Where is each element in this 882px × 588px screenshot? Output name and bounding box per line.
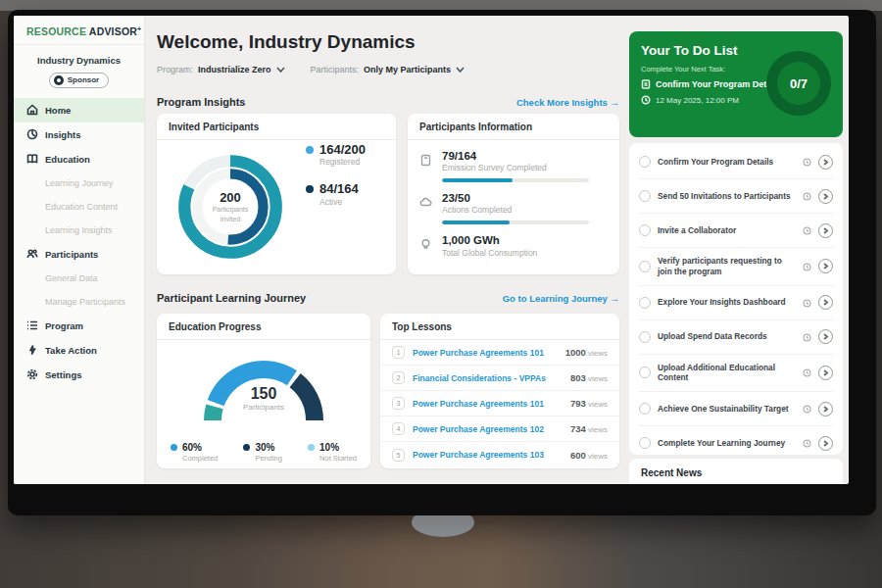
invited-participants-card: Invited Participants 200 ParticipantsInv… bbox=[157, 114, 396, 274]
clock-icon bbox=[803, 258, 811, 275]
task-row[interactable]: Verify participants requesting to join t… bbox=[639, 248, 833, 286]
task-go-button[interactable] bbox=[818, 329, 833, 344]
legend-completed: 60% Completed bbox=[171, 442, 218, 463]
actions-progress-bar bbox=[442, 220, 589, 224]
legend-active: 84/164 Active bbox=[306, 182, 366, 206]
task-row[interactable]: Confirm Your Program Details bbox=[639, 145, 833, 179]
participants-information-card: Participants Information 79/164 Emission… bbox=[408, 114, 619, 274]
clock-icon bbox=[803, 294, 811, 312]
task-row[interactable]: Send 50 Invitations to Participants bbox=[639, 179, 833, 214]
task-checkbox[interactable] bbox=[639, 403, 651, 415]
lesson-link[interactable]: Power Purchase Agreements 101 bbox=[413, 399, 563, 409]
clock-icon bbox=[641, 95, 651, 105]
legend-registered: 164/200 Registered bbox=[306, 143, 366, 167]
task-go-button[interactable] bbox=[818, 366, 833, 380]
sidebar-item-general-data[interactable]: General Data bbox=[14, 267, 144, 290]
program-insights-header: Program Insights Program InsightsCheck M… bbox=[157, 96, 619, 108]
task-checkbox[interactable] bbox=[639, 297, 651, 309]
todo-summary-card: Your To Do List Complete Your Next Task:… bbox=[629, 31, 843, 137]
task-go-button[interactable] bbox=[818, 402, 833, 416]
app-logo: RESOURCE ADVISOR+ bbox=[14, 16, 144, 45]
rank-badge: 1 bbox=[392, 346, 405, 359]
sponsor-icon bbox=[54, 75, 64, 85]
legend-not-started: 10% Not Started bbox=[308, 442, 357, 463]
task-checkbox[interactable] bbox=[639, 331, 651, 343]
check-more-insights-link[interactable]: Program InsightsCheck More Insights → bbox=[516, 97, 619, 108]
lesson-row: 2 Financial Considerations - VPPAs 803 v… bbox=[380, 366, 619, 391]
insights-icon bbox=[26, 128, 38, 140]
sponsor-badge[interactable]: Sponsor bbox=[49, 73, 109, 88]
card-title: Invited Participants bbox=[157, 114, 396, 140]
dashboard-screen: RESOURCE ADVISOR+ Industry Dynamics Spon… bbox=[14, 16, 849, 484]
task-row[interactable]: Achieve One Sustainability Target bbox=[639, 392, 833, 426]
education-progress-gauge: 150 Participants bbox=[190, 350, 337, 432]
main-content: Welcome, Industry Dynamics Program: Indu… bbox=[145, 16, 629, 484]
lesson-row: 1 Power Purchase Agreements 101 1000 vie… bbox=[380, 340, 619, 366]
clock-icon bbox=[803, 364, 811, 381]
legend-dot bbox=[308, 444, 315, 451]
program-select[interactable]: Program: Industrialize Zero bbox=[157, 65, 285, 74]
task-go-button[interactable] bbox=[818, 189, 833, 204]
task-checkbox[interactable] bbox=[639, 156, 651, 168]
task-checkbox[interactable] bbox=[639, 224, 651, 236]
chevron-down-icon bbox=[456, 65, 465, 74]
logo-advisor: ADVISOR+ bbox=[89, 25, 142, 37]
donut-legend: 164/200 Registered 84/164 Active bbox=[306, 143, 366, 207]
rank-badge: 4 bbox=[392, 422, 405, 435]
todo-progress-value: 0/7 bbox=[777, 62, 820, 105]
task-go-button[interactable] bbox=[818, 436, 833, 451]
task-go-button[interactable] bbox=[818, 155, 833, 170]
arrow-right-icon: → bbox=[611, 293, 620, 304]
sidebar-item-take-action[interactable]: Take Action bbox=[14, 338, 144, 363]
task-row[interactable]: Upload Additional Educational Content bbox=[639, 355, 833, 393]
task-go-button[interactable] bbox=[818, 223, 833, 238]
home-icon bbox=[26, 104, 38, 116]
clock-icon bbox=[803, 153, 811, 171]
lesson-row: 3 Power Purchase Agreements 101 793 view… bbox=[380, 391, 619, 416]
sidebar-item-settings[interactable]: Settings bbox=[14, 363, 144, 387]
arrow-right-icon: → bbox=[611, 97, 620, 108]
task-row[interactable]: Upload Spend Data Records bbox=[639, 320, 833, 355]
task-checkbox[interactable] bbox=[639, 261, 651, 272]
sidebar-item-learning-journey[interactable]: Learning Journey bbox=[14, 172, 144, 195]
emission-survey-row: 79/164 Emission Survey Completed bbox=[408, 140, 619, 182]
task-go-button[interactable] bbox=[818, 295, 833, 310]
sidebar-item-education-content[interactable]: Education Content bbox=[14, 195, 144, 219]
sidebar-item-program[interactable]: Program bbox=[14, 314, 144, 338]
actions-completed-row: 23/50 Actions Completed bbox=[408, 182, 619, 224]
task-checkbox[interactable] bbox=[639, 190, 651, 202]
recent-news-title: Recent News bbox=[641, 467, 831, 484]
sidebar-item-manage-participants[interactable]: Manage Participants bbox=[14, 290, 144, 314]
sidebar-item-home[interactable]: Home bbox=[14, 98, 144, 122]
task-checkbox[interactable] bbox=[639, 437, 651, 449]
lesson-link[interactable]: Power Purchase Agreements 101 bbox=[413, 348, 558, 358]
sidebar-item-participants[interactable]: Participants bbox=[14, 242, 144, 267]
task-checkbox[interactable] bbox=[639, 367, 651, 378]
lesson-link[interactable]: Financial Considerations - VPPAs bbox=[413, 373, 563, 383]
sidebar-item-learning-insights[interactable]: Learning Insights bbox=[14, 219, 144, 242]
rank-badge: 5 bbox=[392, 449, 405, 462]
task-row[interactable]: Complete Your Learning Journey bbox=[639, 426, 833, 455]
task-go-button[interactable] bbox=[818, 259, 833, 273]
clock-icon bbox=[803, 400, 811, 417]
emission-progress-bar bbox=[442, 178, 589, 182]
sidebar-item-insights[interactable]: Insights bbox=[14, 122, 144, 147]
legend-pending: 30% Pending bbox=[243, 442, 282, 463]
task-row[interactable]: Explore Your Insights Dashboard bbox=[639, 286, 833, 320]
go-to-learning-journey-link[interactable]: Go to Learning Journey → bbox=[503, 293, 619, 304]
lesson-link[interactable]: Power Purchase Agreements 103 bbox=[413, 450, 563, 460]
clock-icon bbox=[803, 434, 811, 452]
donut-center-value: 200 bbox=[220, 190, 241, 205]
lesson-link[interactable]: Power Purchase Agreements 102 bbox=[413, 424, 563, 434]
rank-badge: 2 bbox=[392, 371, 405, 384]
top-lessons-card: Top Lessons 1 Power Purchase Agreements … bbox=[380, 314, 619, 468]
participants-select[interactable]: Participants: Only My Participants bbox=[311, 65, 466, 74]
cloud-icon bbox=[419, 192, 433, 224]
task-row[interactable]: Invite a Collaborator bbox=[639, 214, 833, 248]
sidebar: RESOURCE ADVISOR+ Industry Dynamics Spon… bbox=[14, 16, 145, 484]
sidebar-item-education[interactable]: Education bbox=[14, 147, 144, 172]
legend-dot bbox=[306, 185, 314, 193]
list-icon bbox=[26, 319, 38, 331]
gear-icon bbox=[26, 368, 38, 380]
education-progress-card: Education Progress 150 Participants 60% … bbox=[157, 314, 370, 468]
